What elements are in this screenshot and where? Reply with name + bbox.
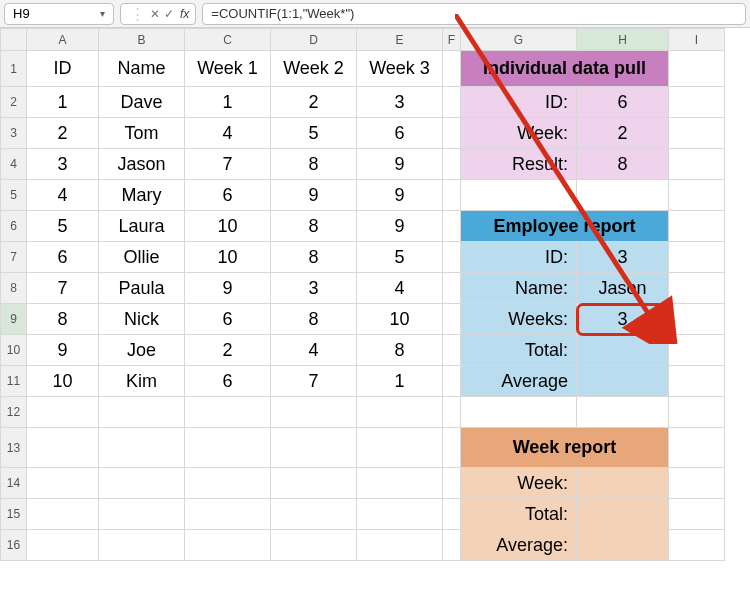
cell[interactable] [27, 397, 99, 428]
cell[interactable] [357, 397, 443, 428]
cell[interactable]: 8 [271, 242, 357, 273]
cell[interactable]: 4 [185, 118, 271, 149]
cell[interactable] [461, 180, 577, 211]
cell[interactable]: 8 [271, 211, 357, 242]
cell[interactable] [271, 428, 357, 468]
cell[interactable] [669, 87, 725, 118]
cell[interactable]: Week 1 [185, 51, 271, 87]
cell[interactable]: Week 3 [357, 51, 443, 87]
select-all-corner[interactable] [1, 29, 27, 51]
table-row[interactable]: 12 [1, 397, 725, 428]
cell[interactable]: 5 [357, 242, 443, 273]
cell[interactable] [669, 428, 725, 468]
cell[interactable] [99, 530, 185, 561]
cell[interactable] [669, 51, 725, 87]
cell[interactable] [577, 397, 669, 428]
cell[interactable]: 2 [271, 87, 357, 118]
id-label[interactable]: ID: [461, 87, 577, 118]
cell[interactable] [185, 468, 271, 499]
wk-avg-label[interactable]: Average: [461, 530, 577, 561]
col-header-E[interactable]: E [357, 29, 443, 51]
cell[interactable] [669, 211, 725, 242]
emp-total-value[interactable] [577, 335, 669, 366]
cell[interactable] [443, 499, 461, 530]
result-value[interactable]: 8 [577, 149, 669, 180]
cell[interactable]: Kim [99, 366, 185, 397]
cell[interactable] [357, 428, 443, 468]
formula-input[interactable]: =COUNTIF(1:1,"Week*") [202, 3, 746, 25]
cell[interactable] [669, 397, 725, 428]
id-value[interactable]: 6 [577, 87, 669, 118]
cell[interactable]: 6 [185, 180, 271, 211]
cell[interactable]: 7 [185, 149, 271, 180]
week-label[interactable]: Week: [461, 118, 577, 149]
cell[interactable] [669, 118, 725, 149]
cell[interactable] [443, 51, 461, 87]
cell[interactable] [443, 366, 461, 397]
table-row[interactable]: 5 4 Mary 6 9 9 [1, 180, 725, 211]
cell[interactable]: 8 [357, 335, 443, 366]
cell[interactable] [357, 530, 443, 561]
col-header-D[interactable]: D [271, 29, 357, 51]
cell[interactable]: Dave [99, 87, 185, 118]
row-header[interactable]: 5 [1, 180, 27, 211]
table-row[interactable]: 16 Average: [1, 530, 725, 561]
cell[interactable] [443, 149, 461, 180]
individual-panel-title[interactable]: Individual data pull [461, 51, 669, 87]
row-header[interactable]: 2 [1, 87, 27, 118]
cell[interactable] [669, 273, 725, 304]
cell[interactable]: 5 [271, 118, 357, 149]
cell[interactable]: ID [27, 51, 99, 87]
cell[interactable] [271, 397, 357, 428]
col-header-C[interactable]: C [185, 29, 271, 51]
cell[interactable]: Ollie [99, 242, 185, 273]
cell[interactable]: Mary [99, 180, 185, 211]
cell[interactable] [669, 304, 725, 335]
cell[interactable]: 7 [27, 273, 99, 304]
cell[interactable]: 4 [271, 335, 357, 366]
table-row[interactable]: 9 8 Nick 6 8 10 Weeks: 3 [1, 304, 725, 335]
cell[interactable]: 10 [27, 366, 99, 397]
cell[interactable] [577, 180, 669, 211]
cell[interactable] [443, 468, 461, 499]
cell[interactable]: 8 [271, 149, 357, 180]
employee-panel-title[interactable]: Employee report [461, 211, 669, 242]
emp-name-label[interactable]: Name: [461, 273, 577, 304]
cell[interactable] [443, 211, 461, 242]
cell[interactable]: Jason [99, 149, 185, 180]
cell[interactable]: 6 [185, 304, 271, 335]
cell[interactable] [443, 304, 461, 335]
cell[interactable] [99, 397, 185, 428]
confirm-icon[interactable]: ✓ [162, 7, 176, 21]
cell[interactable]: 5 [27, 211, 99, 242]
row-header[interactable]: 12 [1, 397, 27, 428]
cell[interactable] [669, 335, 725, 366]
col-header-G[interactable]: G [461, 29, 577, 51]
cell[interactable] [185, 428, 271, 468]
cell[interactable] [271, 530, 357, 561]
cell[interactable] [669, 366, 725, 397]
emp-avg-label[interactable]: Average [461, 366, 577, 397]
cell[interactable] [271, 499, 357, 530]
cell[interactable]: 1 [185, 87, 271, 118]
emp-id-value[interactable]: 3 [577, 242, 669, 273]
cell[interactable]: 9 [357, 180, 443, 211]
table-row[interactable]: 8 7 Paula 9 3 4 Name: Jason [1, 273, 725, 304]
wk-week-label[interactable]: Week: [461, 468, 577, 499]
cell[interactable]: 8 [27, 304, 99, 335]
cell[interactable]: 6 [185, 366, 271, 397]
cell[interactable] [443, 530, 461, 561]
fx-label[interactable]: fx [180, 7, 189, 21]
cell[interactable] [185, 499, 271, 530]
row-header[interactable]: 13 [1, 428, 27, 468]
cell[interactable] [443, 118, 461, 149]
table-row[interactable]: 3 2 Tom 4 5 6 Week: 2 [1, 118, 725, 149]
cell[interactable]: 9 [185, 273, 271, 304]
row-header[interactable]: 16 [1, 530, 27, 561]
cell[interactable]: Week 2 [271, 51, 357, 87]
cell[interactable]: 6 [357, 118, 443, 149]
cell[interactable]: Nick [99, 304, 185, 335]
cell[interactable]: 2 [27, 118, 99, 149]
cell[interactable]: 10 [185, 211, 271, 242]
row-header[interactable]: 3 [1, 118, 27, 149]
